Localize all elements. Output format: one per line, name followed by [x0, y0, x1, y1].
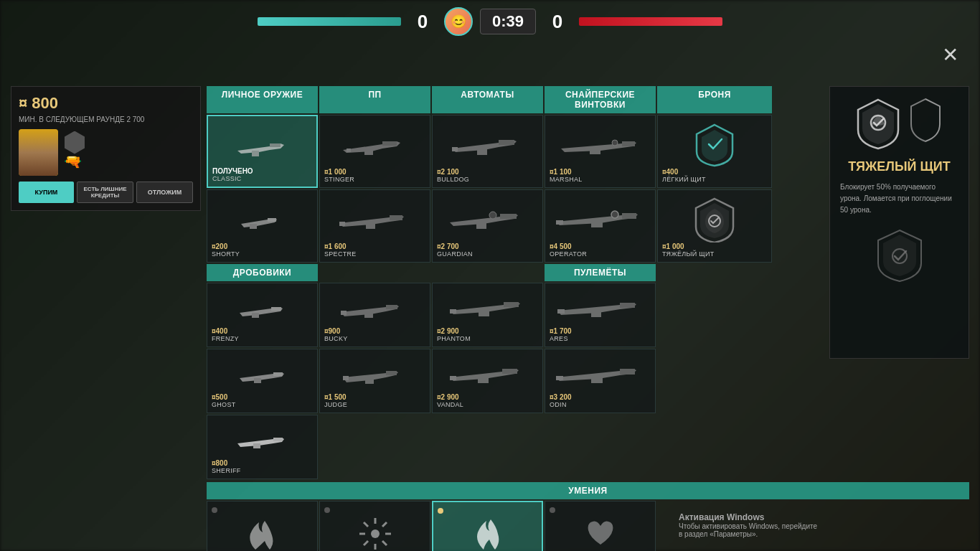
bucky-name: BUCKY — [324, 335, 425, 342]
spectre-name: SPECTRE — [324, 250, 425, 258]
credits-next-label: МИН. В СЛЕДУЮЩЕМ РАУНДЕ 2 700 — [19, 116, 193, 123]
category-shotguns-spacer — [319, 264, 430, 281]
weapon-odin[interactable]: ¤3 200 ODIN — [545, 349, 656, 413]
weapon-ares[interactable]: ¤1 700 ARES — [545, 283, 656, 347]
svg-point-10 — [612, 140, 618, 146]
player-panel: ¤ 800 МИН. В СЛЕДУЮЩЕМ РАУНДЕ 2 700 🔫 КУ… — [11, 86, 201, 211]
sheriff-name: SHERIFF — [212, 467, 313, 474]
player-buttons: КУПИМ ЕСТЬ ЛИШНИЕ КРЕДИТЫ ОТЛОЖИМ — [19, 182, 193, 203]
weapon-phantom-img — [437, 289, 538, 327]
weapon-sheriff[interactable]: ¤800 SHERIFF — [207, 415, 318, 479]
buy-button[interactable]: КУПИМ — [19, 182, 74, 203]
windows-activation: Активация Windows Чтобы активировать Win… — [679, 512, 822, 538]
category-snipers: СНАЙПЕРСКИЕ ВИНТОВКИ — [545, 86, 656, 113]
skill-dot-spinning — [324, 507, 330, 513]
equipped-weapons: 🔫 — [64, 136, 85, 170]
weapon-ghost-img — [212, 355, 313, 393]
armor-spacer2 — [657, 283, 772, 347]
armor-spacer4 — [657, 415, 772, 479]
weapon-bucky[interactable]: ¤900 BUCKY — [319, 283, 430, 347]
ares-price: ¤1 700 — [550, 327, 651, 335]
right-panel-description: Блокирует 50% получаемого урона. Ломаетс… — [840, 182, 958, 216]
heavy-shield-img — [662, 196, 767, 242]
svg-rect-9 — [590, 149, 600, 154]
armor-spacer3 — [657, 349, 772, 413]
weapon-marshal[interactable]: ¤1 100 MARSHAL — [545, 115, 656, 188]
credits-display: ¤ 800 — [19, 94, 193, 113]
light-shield-name: ЛЁГКИЙ ЩИТ — [662, 176, 767, 183]
svg-rect-6 — [477, 148, 487, 155]
marshal-price: ¤1 100 — [550, 168, 651, 176]
weapon-judge[interactable]: ¤1 500 JUDGE — [319, 349, 430, 413]
svg-rect-28 — [341, 311, 347, 315]
score-right: 0 — [543, 11, 572, 33]
weapon-light-shield[interactable]: ¤400 ЛЁГКИЙ ЩИТ — [657, 115, 772, 188]
extra-credits-button[interactable]: ЕСТЬ ЛИШНИЕ КРЕДИТЫ — [77, 182, 133, 203]
smg-spacer — [319, 415, 430, 479]
weapon-spectre-img — [324, 196, 425, 242]
frenzy-name: FRENZY — [212, 335, 313, 342]
defer-button[interactable]: ОТЛОЖИМ — [136, 182, 193, 203]
judge-name: JUDGE — [324, 401, 425, 408]
svg-rect-21 — [556, 220, 563, 225]
weapon-vandal[interactable]: ¤2 900 VANDAL — [432, 349, 543, 413]
skill-spinning[interactable]: ¤100 КРУЧЕНАЯ ПОДАЧА — [319, 501, 430, 551]
judge-price: ¤1 500 — [324, 393, 425, 401]
weapon-shorty-img — [212, 196, 313, 242]
bulldog-price: ¤2 100 — [437, 168, 538, 176]
hud-top: 0 😊 0:39 0 — [258, 7, 722, 36]
sheriff-price: ¤800 — [212, 459, 313, 467]
weapon-frenzy-img — [212, 289, 313, 327]
weapon-ghost[interactable]: ¤500 GHOST — [207, 349, 318, 413]
classic-obtained-label: ПОЛУЧЕНО — [212, 167, 312, 175]
skill-maximum[interactable]: МАКСИМУМ ГОРЯЧИЕ РУКИ — [432, 501, 543, 551]
weapon-stinger[interactable]: ¤1 000 STINGER — [319, 115, 430, 188]
weapon-heavy-shield[interactable]: ¤1 000 ТЯЖЁЛЫЙ ЩИТ — [657, 189, 772, 263]
svg-rect-11 — [250, 224, 257, 229]
svg-rect-4 — [347, 149, 351, 152]
svg-rect-45 — [556, 376, 563, 380]
weapon-shorty[interactable]: ¤200 SHORTY — [207, 189, 318, 263]
weapon-classic-img — [212, 122, 312, 167]
svg-rect-3 — [364, 149, 373, 155]
skill-peklo[interactable]: ¤200 ПЕКЛО — [207, 501, 318, 551]
svg-rect-35 — [254, 378, 261, 383]
skill-combat[interactable]: COMBAT PAT НУЖНО О... — [545, 501, 656, 551]
close-button[interactable]: ✕ — [942, 43, 958, 67]
svg-rect-27 — [364, 311, 373, 318]
category-armor: БРОНЯ — [657, 86, 772, 113]
stinger-price: ¤1 000 — [324, 168, 425, 176]
weapon-operator[interactable]: ¤4 500 OPERATOR — [545, 189, 656, 263]
svg-line-56 — [364, 541, 368, 545]
weapon-spectre[interactable]: ¤1 600 SPECTRE — [319, 189, 430, 263]
svg-rect-24 — [252, 313, 259, 318]
vandal-price: ¤2 900 — [437, 393, 538, 401]
weapon-phantom[interactable]: ¤2 900 PHANTOM — [432, 283, 543, 347]
svg-line-55 — [382, 522, 387, 527]
equipped-shield-icon — [64, 136, 85, 150]
svg-rect-19 — [622, 213, 636, 219]
svg-point-48 — [371, 529, 380, 538]
right-detail-panel: ТЯЖЕЛЫЙ ЩИТ Блокирует 50% получаемого ур… — [829, 86, 969, 359]
svg-rect-14 — [366, 222, 375, 229]
weapon-frenzy[interactable]: ¤400 FRENZY — [207, 283, 318, 347]
svg-rect-42 — [450, 376, 456, 380]
equipped-gun-icon: 🔫 — [64, 153, 85, 170]
weapon-guardian[interactable]: ¤2 700 GUARDIAN — [432, 189, 543, 263]
guardian-price: ¤2 700 — [437, 242, 538, 250]
svg-rect-7 — [452, 147, 458, 151]
weapon-bulldog[interactable]: ¤2 100 BULLDOG — [432, 115, 543, 188]
right-panel-title: ТЯЖЕЛЫЙ ЩИТ — [840, 159, 958, 174]
category-shotguns: ДРОБОВИКИ — [207, 264, 318, 281]
shorty-name: SHORTY — [212, 250, 313, 258]
svg-point-22 — [611, 211, 618, 218]
weapon-classic[interactable]: ПОЛУЧЕНО CLASSIC — [207, 115, 318, 188]
team-bar-left — [258, 17, 401, 26]
weapon-vandal-img — [437, 355, 538, 393]
ghost-price: ¤500 — [212, 393, 313, 401]
svg-rect-33 — [591, 310, 601, 317]
bucky-price: ¤900 — [324, 327, 425, 335]
svg-point-18 — [489, 212, 496, 219]
weapon-bucky-img — [324, 289, 425, 327]
category-rifles-spacer — [432, 264, 543, 281]
